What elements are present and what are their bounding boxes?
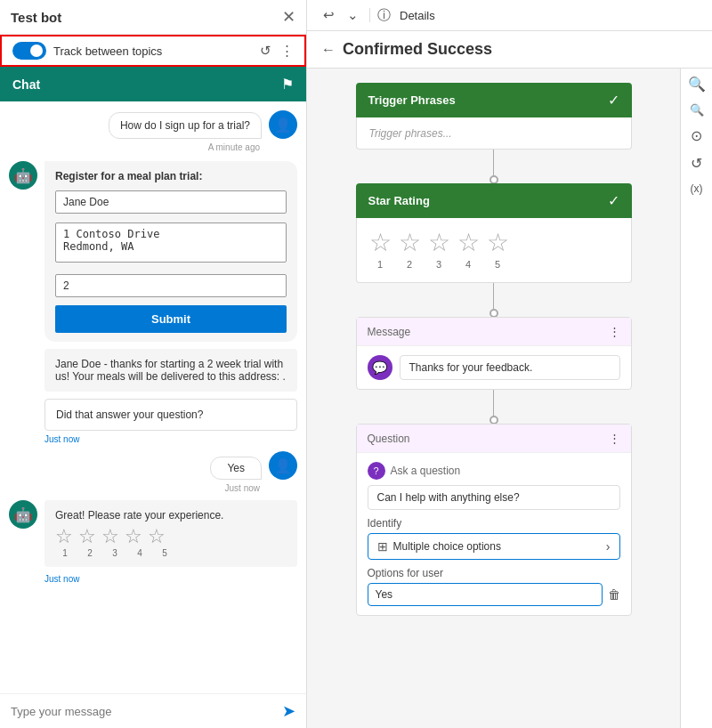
rate-text: Great! Please rate your experience.	[55, 509, 287, 522]
user-bubble: How do I sign up for a trial?	[109, 112, 262, 139]
bot-avatar-2: 🤖	[9, 500, 37, 529]
zoom-in-icon[interactable]: 🔍	[688, 76, 706, 93]
did-answer-bubble: Did that answer your question?	[44, 399, 297, 431]
chat-num-5: 5	[155, 548, 174, 558]
address-input[interactable]: 1 Contoso Drive Redmond, WA	[55, 222, 287, 263]
number-input[interactable]	[55, 274, 287, 297]
delete-option-icon[interactable]: 🗑	[608, 587, 620, 602]
star-label-4: 4	[465, 259, 471, 270]
bot-rate-wrap: 🤖 Great! Please rate your experience. ☆ …	[9, 500, 297, 567]
yes-time: Just now	[9, 483, 297, 493]
just-now-1: Just now	[44, 434, 297, 444]
app-title: Test bot	[11, 10, 61, 25]
star-label-1: 1	[377, 259, 383, 270]
undo-button[interactable]: ↩	[320, 5, 338, 25]
more-options-icon[interactable]: ⋮	[280, 43, 294, 59]
question-node: Question ⋮ ? Ask a question Can I help w…	[356, 424, 632, 616]
question-more-icon[interactable]: ⋮	[609, 432, 620, 445]
chat-input-bar: ➤	[0, 693, 306, 728]
user-msg-time: A minute ago	[9, 142, 297, 152]
ask-label: Ask a question	[391, 465, 461, 477]
star-label-3: 3	[436, 259, 441, 270]
identify-chevron-icon: ›	[606, 539, 611, 554]
star-icon-2: ☆	[399, 231, 421, 255]
question-text: Can I help with anything else?	[368, 485, 620, 510]
right-toolbar: 🔍 🔍 ⊙ ↺ (x)	[680, 69, 712, 728]
right-panel: ↩ ⌄ ⓘ Details ← Confirmed Success Trigge…	[307, 0, 712, 728]
refresh-icon[interactable]: ↺	[260, 43, 271, 59]
star-check-icon: ✓	[608, 192, 619, 209]
chat-header: Chat ⚑	[0, 67, 306, 101]
header-bar: Test bot ✕	[0, 0, 306, 35]
star-item-5: ☆ 5	[487, 231, 509, 270]
identify-row[interactable]: ⊞ Multiple choice options ›	[368, 533, 620, 560]
chat-star-1: ☆	[55, 527, 73, 546]
options-label: Options for user	[368, 567, 620, 579]
connector-3	[490, 390, 498, 424]
rate-bubble: Great! Please rate your experience. ☆ ☆ …	[44, 500, 297, 567]
chat-num-3: 3	[105, 548, 125, 558]
just-now-2: Just now	[44, 574, 297, 584]
identify-text: Multiple choice options	[393, 540, 606, 553]
bot-avatar-1: 🤖	[9, 161, 37, 190]
star-rating-title: Star Rating	[368, 194, 430, 207]
zoom-out-icon[interactable]: 🔍	[690, 103, 704, 117]
message-more-icon[interactable]: ⋮	[609, 325, 620, 338]
close-button[interactable]: ✕	[282, 7, 295, 27]
grid-icon: ⊞	[377, 539, 388, 554]
star-item-1: ☆ 1	[369, 231, 392, 270]
submit-button[interactable]: Submit	[55, 305, 287, 333]
star-icon-5: ☆	[487, 231, 509, 255]
message-icon: 💬	[368, 355, 392, 380]
dropdown-button[interactable]: ⌄	[344, 5, 362, 25]
name-input[interactable]	[55, 190, 287, 214]
chat-num-2: 2	[80, 548, 100, 558]
chat-body: How do I sign up for a trial? 👤 A minute…	[0, 101, 306, 693]
option-input-1[interactable]	[368, 583, 603, 606]
chat-input[interactable]	[11, 705, 282, 718]
star-icon-1: ☆	[369, 231, 392, 255]
star-rating-display: ☆ 1 ☆ 2 ☆ 3 ☆ 4	[369, 231, 619, 270]
fit-view-icon[interactable]: ⊙	[691, 127, 702, 144]
form-title: Register for a meal plan trial:	[55, 170, 287, 182]
details-label: Details	[400, 9, 435, 22]
right-topbar: ↩ ⌄ ⓘ Details	[307, 0, 712, 31]
canvas-area: Trigger Phrases ✓ Trigger phrases... Sta…	[307, 69, 680, 728]
connector-1	[490, 150, 498, 183]
chat-num-4: 4	[130, 548, 150, 558]
star-icon-4: ☆	[457, 231, 480, 255]
star-label-5: 5	[495, 259, 500, 270]
track-bar: Track between topics ↺ ⋮	[0, 35, 306, 67]
track-label: Track between topics	[53, 44, 260, 58]
star-icon-3: ☆	[428, 231, 450, 255]
confirmed-header: ← Confirmed Success	[307, 31, 712, 69]
trigger-placeholder: Trigger phrases...	[369, 127, 452, 140]
confirmed-title: Confirmed Success	[343, 40, 492, 59]
variables-icon[interactable]: (x)	[691, 182, 703, 195]
track-toggle[interactable]	[12, 42, 46, 60]
chat-title: Chat	[12, 77, 40, 92]
user-message-wrap: How do I sign up for a trial? 👤	[9, 110, 297, 139]
yes-bubble: Yes	[210, 457, 262, 480]
connector-2	[490, 283, 498, 317]
option-row-1: 🗑	[368, 583, 620, 606]
bot-form-bubble: Register for a meal plan trial: 1 Contos…	[44, 161, 297, 342]
identify-label: Identify	[368, 517, 620, 530]
star-item-4: ☆ 4	[457, 231, 480, 270]
star-label-2: 2	[407, 259, 412, 270]
right-content: Trigger Phrases ✓ Trigger phrases... Sta…	[307, 69, 712, 728]
yes-wrap: Yes 👤	[9, 451, 297, 480]
send-icon[interactable]: ➤	[282, 701, 295, 721]
history-icon[interactable]: ↺	[691, 155, 702, 172]
star-item-2: ☆ 2	[399, 231, 421, 270]
trigger-node: Trigger Phrases ✓ Trigger phrases...	[356, 83, 632, 150]
ask-icon: ?	[368, 462, 385, 480]
chat-star-4: ☆	[125, 527, 142, 546]
chat-star-5: ☆	[148, 527, 166, 546]
chat-flag-icon[interactable]: ⚑	[281, 76, 294, 93]
bot-form-wrap: 🤖 Register for a meal plan trial: 1 Cont…	[9, 161, 297, 342]
back-arrow-icon[interactable]: ←	[321, 42, 336, 58]
left-panel: Test bot ✕ Track between topics ↺ ⋮ Chat…	[0, 0, 307, 728]
bot-text-bubble: Jane Doe - thanks for starting a 2 week …	[44, 349, 297, 392]
chat-num-1: 1	[55, 548, 75, 558]
